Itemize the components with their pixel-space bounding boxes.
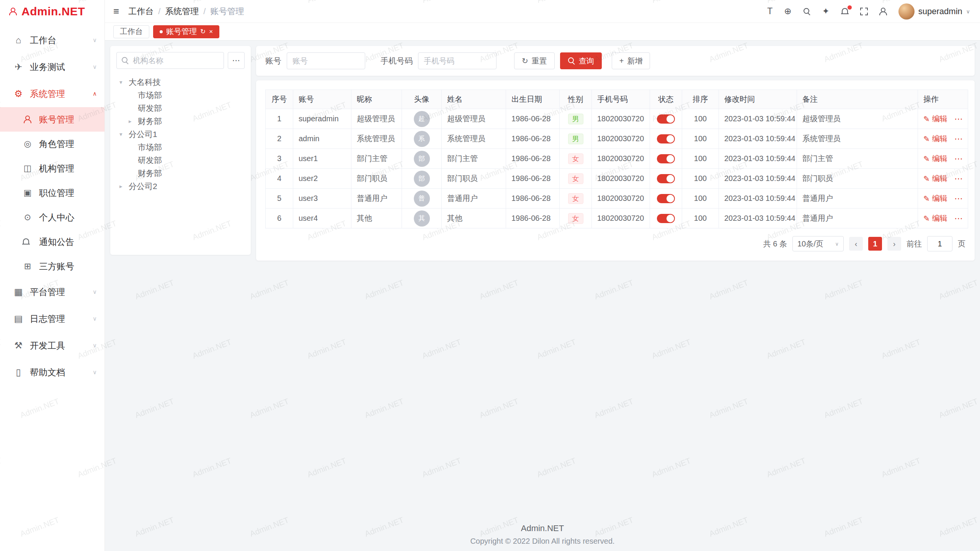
- search-icon[interactable]: [803, 8, 811, 15]
- breadcrumb-item[interactable]: 系统管理: [165, 6, 199, 17]
- cell-gender: 男: [560, 109, 592, 129]
- tree-node[interactable]: 市场部: [116, 89, 245, 102]
- chevron-down-icon: ∨: [93, 342, 97, 349]
- cell-actions: ✎编辑⋯: [918, 109, 968, 129]
- status-toggle[interactable]: [657, 134, 675, 143]
- main-area: ≡ 工作台/系统管理/账号管理 T⊕✦ superadmin ∨ 工作台账号管理…: [105, 0, 980, 551]
- edit-button[interactable]: ✎编辑: [923, 193, 947, 204]
- cell-phone: 18020030720: [592, 149, 650, 169]
- column-header-modified: 修改时间: [719, 90, 797, 109]
- account-input[interactable]: [287, 52, 365, 69]
- edit-button[interactable]: ✎编辑: [923, 173, 947, 184]
- user-menu[interactable]: superadmin ∨: [898, 3, 970, 20]
- sidebar-item-account-management[interactable]: 账号管理: [0, 107, 105, 132]
- status-toggle[interactable]: [657, 174, 675, 183]
- row-avatar: 系: [414, 131, 430, 147]
- edit-button[interactable]: ✎编辑: [923, 153, 947, 164]
- logo[interactable]: Admin.NET: [0, 0, 105, 23]
- username: superadmin: [918, 7, 962, 16]
- sidebar-item-platform-management[interactable]: ▦平台管理∨: [0, 279, 105, 305]
- font-size-icon[interactable]: T: [767, 7, 773, 16]
- sidebar-item-notice[interactable]: 通知公告: [0, 230, 105, 254]
- org-search-input[interactable]: [133, 56, 219, 65]
- row-more-button[interactable]: ⋯: [954, 194, 963, 203]
- row-more-button[interactable]: ⋯: [954, 154, 963, 163]
- row-more-button[interactable]: ⋯: [954, 174, 963, 183]
- reset-button[interactable]: ↻ 重置: [514, 52, 555, 69]
- cell-name: 其他: [442, 209, 506, 228]
- phone-input[interactable]: [418, 52, 497, 69]
- row-more-button[interactable]: ⋯: [954, 134, 963, 143]
- cell-phone: 18020030720: [592, 109, 650, 129]
- cell-birthdate: 1986-06-28: [506, 209, 560, 228]
- edit-button[interactable]: ✎编辑: [923, 134, 947, 144]
- cell-sort: 100: [682, 149, 719, 169]
- tree-node-label: 市场部: [138, 142, 162, 153]
- search-button[interactable]: 查询: [560, 52, 602, 69]
- tree-caret-icon[interactable]: ▾: [119, 79, 129, 86]
- tree-node[interactable]: 财务部: [116, 167, 245, 180]
- sidebar-item-dev-tools[interactable]: ⚒开发工具∨: [0, 332, 105, 359]
- tree-caret-icon[interactable]: ▸: [129, 118, 138, 125]
- edit-button[interactable]: ✎编辑: [923, 213, 947, 223]
- status-toggle[interactable]: [657, 214, 675, 223]
- breadcrumb-item[interactable]: 账号管理: [210, 6, 244, 17]
- tree-node[interactable]: 市场部: [116, 141, 245, 154]
- goto-page-input[interactable]: [927, 236, 952, 251]
- notification-bell-icon[interactable]: [841, 8, 849, 15]
- breadcrumb-item[interactable]: 工作台: [128, 6, 154, 17]
- sidebar-item-personal-center[interactable]: ⊙个人中心: [0, 205, 105, 230]
- user-table: 序号账号昵称头像姓名出生日期性别手机号码状态排序修改时间备注操作1superad…: [265, 90, 968, 228]
- cell-gender: 男: [560, 129, 592, 149]
- cell-actions: ✎编辑⋯: [918, 209, 968, 228]
- chevron-down-icon: ∨: [93, 64, 97, 70]
- tree-node[interactable]: ▸分公司2: [116, 180, 245, 193]
- sidebar-item-log-management[interactable]: ▤日志管理∨: [0, 305, 105, 332]
- tree-node[interactable]: ▾大名科技: [116, 76, 245, 89]
- tab-refresh-icon[interactable]: ↻: [200, 28, 206, 35]
- reset-label: 重置: [532, 56, 547, 66]
- cell-remark: 超级管理员: [797, 109, 918, 129]
- tab-close-icon[interactable]: ×: [209, 28, 213, 35]
- breadcrumb-separator: /: [203, 7, 206, 16]
- tree-node[interactable]: ▾分公司1: [116, 128, 245, 141]
- tree-node[interactable]: 研发部: [116, 102, 245, 115]
- menu-collapse-icon[interactable]: ≡: [113, 5, 119, 17]
- row-more-button[interactable]: ⋯: [954, 114, 963, 124]
- add-button[interactable]: + 新增: [612, 52, 650, 69]
- language-icon[interactable]: ⊕: [784, 7, 791, 16]
- edit-button[interactable]: ✎编辑: [923, 114, 947, 124]
- prev-page-button[interactable]: ‹: [849, 237, 863, 251]
- tab-bar: 工作台账号管理↻×: [105, 23, 980, 41]
- sidebar-item-workbench[interactable]: ⌂工作台∨: [0, 27, 105, 54]
- tree-node-label: 财务部: [138, 116, 162, 127]
- sidebar-item-system-management[interactable]: ⚙系统管理∧: [0, 80, 105, 107]
- plus-icon: +: [619, 57, 624, 65]
- sidebar-item-position-management[interactable]: ▣职位管理: [0, 181, 105, 205]
- status-toggle[interactable]: [657, 194, 675, 203]
- tree-caret-icon[interactable]: ▾: [119, 131, 129, 138]
- cell-phone: 18020030720: [592, 209, 650, 228]
- tree-more-button[interactable]: ⋯: [228, 52, 245, 69]
- page-number-button[interactable]: 1: [868, 237, 882, 251]
- cell-account: superadmin: [293, 109, 351, 129]
- tree-node[interactable]: ▸财务部: [116, 115, 245, 128]
- sidebar-item-org-management[interactable]: ◫机构管理: [0, 156, 105, 181]
- fullscreen-icon[interactable]: [860, 8, 868, 15]
- sidebar-item-business-test[interactable]: ✈业务测试∨: [0, 54, 105, 80]
- cell-status: [650, 189, 682, 209]
- sidebar-item-role-management[interactable]: ◎角色管理: [0, 132, 105, 156]
- status-toggle[interactable]: [657, 114, 675, 124]
- sidebar-item-help-docs[interactable]: ▯帮助文档∨: [0, 359, 105, 386]
- theme-icon[interactable]: ✦: [822, 7, 830, 16]
- row-more-button[interactable]: ⋯: [954, 214, 963, 223]
- next-page-button[interactable]: ›: [887, 237, 901, 251]
- status-toggle[interactable]: [657, 154, 675, 163]
- profile-icon[interactable]: [879, 8, 887, 15]
- sidebar-item-third-party-account[interactable]: ⊞三方账号: [0, 254, 105, 279]
- tree-caret-icon[interactable]: ▸: [119, 183, 129, 190]
- tab-workbench[interactable]: 工作台: [113, 25, 149, 38]
- tree-node[interactable]: 研发部: [116, 154, 245, 167]
- tab-account-management[interactable]: 账号管理↻×: [153, 25, 219, 38]
- page-size-select[interactable]: 10条/页 ∨: [792, 236, 844, 251]
